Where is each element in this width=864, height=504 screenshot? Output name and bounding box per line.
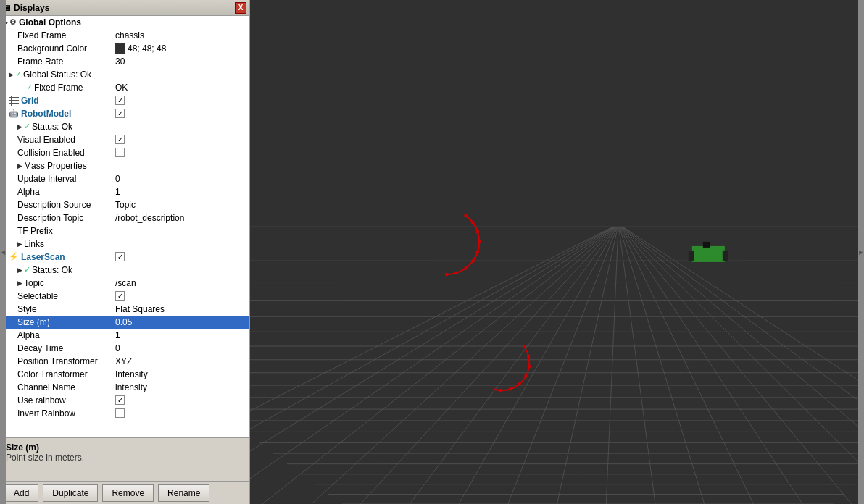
frame-rate-label: Frame Rate (0, 56, 112, 67)
laser-alpha-label: Alpha (0, 330, 112, 340)
frame-rate-value: 30 (112, 56, 249, 67)
use-rainbow-checkbox[interactable]: ✓ (112, 395, 249, 405)
robot-model-checkbox[interactable]: ✓ (112, 109, 249, 118)
laser-scan-label: ⚡ LaserScan (0, 252, 112, 262)
fixed-frame-row[interactable]: Fixed Frame chassis (0, 29, 249, 42)
global-status-label: ▶ ✓ Global Status: Ok (0, 70, 112, 80)
robot-model-row[interactable]: 🤖 RobotModel ✓ (0, 107, 249, 120)
close-button[interactable]: X (235, 2, 246, 14)
selectable-row[interactable]: Selectable ✓ (0, 290, 249, 303)
laser-scan-row[interactable]: ⚡ LaserScan ✓ (0, 251, 249, 264)
background-color-value: 48; 48; 48 (112, 43, 249, 54)
style-label: Style (0, 304, 112, 314)
size-row[interactable]: Size (m) 0.05 (0, 316, 249, 329)
buttons-row: Add Duplicate Remove Rename (0, 481, 249, 504)
background-color-row[interactable]: Background Color 48; 48; 48 (0, 42, 249, 55)
links-label: ▶ Links (0, 239, 112, 249)
3d-viewport[interactable] (250, 0, 864, 504)
robot-alpha-row[interactable]: Alpha 1 (0, 185, 249, 198)
description-source-row[interactable]: Description Source Topic (0, 198, 249, 211)
gear-icon: ⚙ (9, 17, 17, 27)
use-rainbow-label: Use rainbow (0, 395, 112, 406)
laser-status-label: ▶ ✓ Status: Ok (0, 265, 112, 275)
description-source-value: Topic (112, 200, 249, 210)
background-color-label: Background Color (0, 43, 112, 54)
property-info-desc: Point size in meters. (6, 453, 244, 463)
description-topic-row[interactable]: Description Topic /robot_description (0, 211, 249, 224)
displays-panel: 🖥 Displays X ▶ ⚙ Global Options Fixed Fr… (0, 0, 250, 504)
description-topic-label: Description Topic (0, 213, 112, 223)
topic-value: /scan (112, 278, 249, 288)
grid-label: Grid (0, 96, 112, 106)
invert-rainbow-checkbox[interactable] (112, 408, 249, 418)
collision-enabled-row[interactable]: Collision Enabled (0, 146, 249, 159)
visual-enabled-check[interactable]: ✓ (115, 135, 125, 144)
decay-time-row[interactable]: Decay Time 0 (0, 342, 249, 355)
update-interval-label: Update Interval (0, 174, 112, 184)
links-arrow: ▶ (17, 240, 22, 248)
visual-enabled-label: Visual Enabled (0, 135, 112, 145)
color-transformer-value: Intensity (112, 369, 249, 379)
size-value: 0.05 (112, 317, 249, 327)
update-interval-row[interactable]: Update Interval 0 (0, 172, 249, 185)
laser-alpha-row[interactable]: Alpha 1 (0, 329, 249, 342)
remove-button[interactable]: Remove (102, 484, 154, 502)
grid-enabled-checkbox[interactable]: ✓ (115, 96, 125, 105)
invert-rainbow-row[interactable]: Invert Rainbow (0, 407, 249, 420)
property-info-title: Size (m) (6, 442, 244, 453)
property-info: Size (m) Point size in meters. (0, 437, 249, 481)
position-transformer-row[interactable]: Position Transformer XYZ (0, 355, 249, 368)
global-options-row[interactable]: ▶ ⚙ Global Options (0, 16, 249, 29)
robot-status-label: ▶ ✓ Status: Ok (0, 122, 112, 132)
topic-label: ▶ Topic (0, 278, 112, 288)
use-rainbow-row[interactable]: Use rainbow ✓ (0, 394, 249, 407)
style-value: Flat Squares (112, 304, 249, 314)
use-rainbow-check[interactable]: ✓ (115, 395, 125, 405)
add-button[interactable]: Add (4, 484, 38, 502)
channel-name-row[interactable]: Channel Name intensity (0, 381, 249, 394)
rename-button[interactable]: Rename (158, 484, 209, 502)
visual-enabled-checkbox[interactable]: ✓ (112, 135, 249, 144)
style-row[interactable]: Style Flat Squares (0, 303, 249, 316)
mass-properties-row[interactable]: ▶ Mass Properties (0, 159, 249, 172)
robot-check-icon: ✓ (24, 122, 30, 131)
robot-model-enabled-checkbox[interactable]: ✓ (115, 109, 125, 118)
robot-status-arrow: ▶ (17, 123, 22, 130)
description-topic-value: /robot_description (112, 213, 249, 223)
decay-time-label: Decay Time (0, 343, 112, 353)
fixed-frame-ok-value: OK (112, 83, 249, 93)
links-row[interactable]: ▶ Links (0, 238, 249, 251)
position-transformer-value: XYZ (112, 356, 249, 366)
global-options-label: Global Options (19, 17, 81, 28)
invert-rainbow-label: Invert Rainbow (0, 408, 112, 419)
grid-checkbox[interactable]: ✓ (112, 96, 249, 105)
tf-prefix-row[interactable]: TF Prefix (0, 224, 249, 238)
robot-alpha-label: Alpha (0, 187, 112, 197)
invert-rainbow-check[interactable] (115, 408, 125, 418)
collision-enabled-check[interactable] (115, 148, 125, 157)
channel-name-label: Channel Name (0, 382, 112, 392)
resize-handle-left[interactable] (0, 0, 6, 504)
robot-model-label: 🤖 RobotModel (0, 109, 112, 119)
laser-icon: ⚡ (9, 252, 19, 261)
check-icon-2: ✓ (26, 83, 33, 92)
collision-enabled-checkbox[interactable] (112, 148, 249, 157)
fixed-frame-label: Fixed Frame (0, 30, 112, 41)
laser-status-row[interactable]: ▶ ✓ Status: Ok (0, 264, 249, 277)
frame-rate-row[interactable]: Frame Rate 30 (0, 55, 249, 68)
selectable-check[interactable]: ✓ (115, 291, 125, 301)
color-transformer-row[interactable]: Color Transformer Intensity (0, 368, 249, 381)
robot-status-row[interactable]: ▶ ✓ Status: Ok (0, 120, 249, 133)
duplicate-button[interactable]: Duplicate (43, 484, 98, 502)
laser-scan-enabled-checkbox[interactable]: ✓ (115, 252, 125, 261)
laser-scan-checkbox[interactable]: ✓ (112, 252, 249, 261)
grid-row[interactable]: Grid ✓ (0, 94, 249, 107)
grid-icon (9, 96, 19, 106)
resize-handle-right[interactable] (858, 0, 864, 504)
fixed-frame-ok-row[interactable]: ✓ Fixed Frame OK (0, 81, 249, 94)
selectable-checkbox[interactable]: ✓ (112, 291, 249, 301)
tree-container[interactable]: ▶ ⚙ Global Options Fixed Frame chassis B… (0, 16, 249, 437)
visual-enabled-row[interactable]: Visual Enabled ✓ (0, 133, 249, 146)
topic-row[interactable]: ▶ Topic /scan (0, 277, 249, 290)
global-status-row[interactable]: ▶ ✓ Global Status: Ok (0, 68, 249, 81)
